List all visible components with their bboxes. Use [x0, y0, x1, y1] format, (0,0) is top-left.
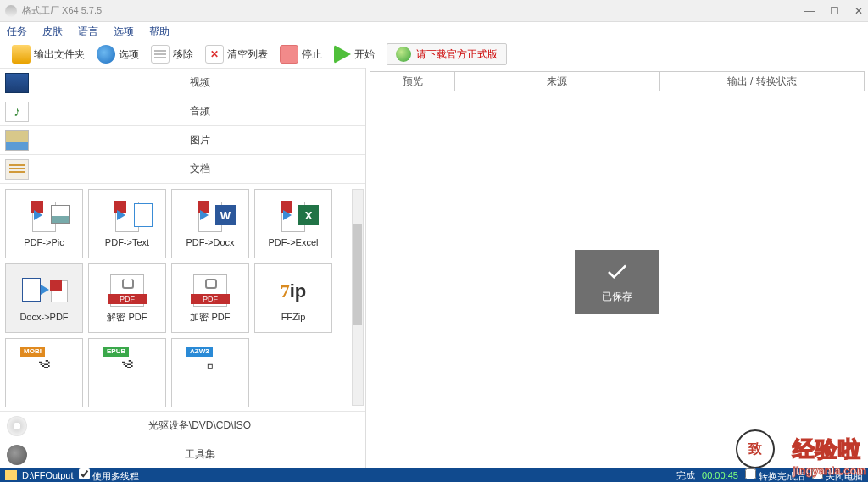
col-source[interactable]: 来源: [455, 72, 660, 91]
category-toolset[interactable]: 工具集: [0, 440, 365, 468]
toolset-icon: [7, 445, 27, 465]
category-optical[interactable]: 光驱设备\DVD\CD\ISO: [0, 411, 365, 440]
after-convert-toggle[interactable]: 转换完成后: [745, 468, 805, 483]
close-button[interactable]: ✕: [854, 5, 863, 17]
category-image[interactable]: 图片: [0, 125, 365, 154]
status-done: 完成: [676, 469, 695, 482]
menu-skin[interactable]: 皮肤: [42, 25, 63, 39]
tile-mobi[interactable]: MOBI༄MOBI: [5, 338, 83, 407]
category-video[interactable]: 视频: [0, 68, 365, 97]
output-folder-button[interactable]: 输出文件夹: [7, 43, 90, 65]
globe-icon: [396, 47, 411, 62]
disc-icon: [7, 416, 27, 436]
remove-icon: [151, 45, 170, 64]
col-status[interactable]: 输出 / 转换状态: [660, 72, 865, 91]
col-preview[interactable]: 预览: [370, 72, 455, 91]
menu-help[interactable]: 帮助: [149, 25, 170, 39]
minimize-button[interactable]: —: [804, 5, 815, 17]
tile-decrypt-pdf[interactable]: PDF解密 PDF: [88, 263, 166, 333]
saved-toast: 已保存: [575, 250, 659, 314]
tile-encrypt-pdf[interactable]: PDF加密 PDF: [171, 263, 249, 333]
clear-list-button[interactable]: ✕清空列表: [200, 43, 273, 65]
tile-pdf-to-docx[interactable]: WPDF->Docx: [171, 189, 249, 258]
options-button[interactable]: 选项: [92, 43, 144, 65]
clear-icon: ✕: [205, 45, 224, 64]
title-bar: 格式工厂 X64 5.7.5 — ☐ ✕: [0, 0, 868, 22]
toolbar: 输出文件夹 选项 移除 ✕清空列表 停止 开始 请下载官方正式版: [0, 41, 868, 68]
category-document[interactable]: 文档: [0, 154, 365, 183]
menu-options[interactable]: 选项: [114, 25, 134, 39]
scrollbar[interactable]: [352, 189, 364, 406]
check-icon: [604, 259, 630, 285]
image-icon: [5, 130, 29, 151]
shutdown-toggle[interactable]: 关闭电脑: [812, 468, 863, 483]
folder-icon: [12, 45, 31, 64]
multithread-toggle[interactable]: 使用多线程: [79, 468, 139, 483]
tile-azw3[interactable]: AZW3▫AZW3: [171, 338, 249, 407]
task-table-header: 预览 来源 输出 / 转换状态: [370, 71, 865, 91]
menu-bar: 任务 皮肤 语言 选项 帮助: [0, 22, 868, 41]
start-button[interactable]: 开始: [329, 43, 380, 65]
play-icon: [334, 45, 351, 64]
elapsed-time: 00:00:45: [702, 470, 738, 480]
app-icon: [5, 5, 17, 17]
tile-pdf-to-text[interactable]: PDF->Text: [88, 189, 166, 258]
status-bar: D:\FFOutput 使用多线程 完成 00:00:45 转换完成后 关闭电脑: [0, 468, 868, 482]
right-panel: 预览 来源 输出 / 转换状态 已保存: [366, 68, 868, 468]
stop-button[interactable]: 停止: [275, 43, 327, 65]
document-icon: [5, 159, 29, 180]
options-icon: [97, 45, 115, 64]
tile-pdf-to-excel[interactable]: XPDF->Excel: [254, 189, 332, 258]
output-path[interactable]: D:\FFOutput: [22, 470, 74, 480]
task-list-area: 已保存: [366, 95, 868, 468]
left-panel: 视频 ♪音频 图片 文档 PDF->Pic PDF->Text WPDF->Do…: [0, 68, 366, 468]
tiles-area: PDF->Pic PDF->Text WPDF->Docx XPDF->Exce…: [0, 183, 365, 411]
audio-icon: ♪: [5, 102, 29, 122]
tile-ffzip[interactable]: 7ipFFZip: [254, 263, 332, 333]
remove-button[interactable]: 移除: [146, 43, 198, 65]
tile-pdf-to-pic[interactable]: PDF->Pic: [5, 189, 83, 258]
video-icon: [5, 73, 29, 93]
tile-docx-to-pdf[interactable]: Docx->PDF: [5, 263, 83, 333]
window-title: 格式工厂 X64 5.7.5: [22, 4, 102, 17]
category-audio[interactable]: ♪音频: [0, 97, 365, 125]
scroll-thumb[interactable]: [353, 224, 362, 325]
tile-epub[interactable]: EPUB༄EPUB: [88, 338, 166, 407]
menu-language[interactable]: 语言: [78, 25, 98, 39]
maximize-button[interactable]: ☐: [830, 5, 839, 17]
download-official-button[interactable]: 请下载官方正式版: [387, 43, 507, 65]
watermark-stamp: 致: [736, 429, 775, 468]
stop-icon: [280, 45, 298, 64]
status-folder-icon[interactable]: [5, 470, 17, 480]
menu-task[interactable]: 任务: [7, 25, 27, 39]
